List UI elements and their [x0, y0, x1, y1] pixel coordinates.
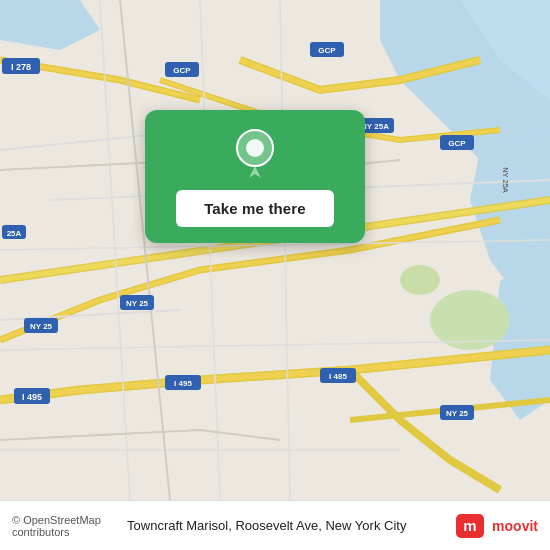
moovit-text: moovit [492, 518, 538, 534]
attribution-text: © OpenStreetMap contributors [12, 514, 101, 538]
take-me-there-button[interactable]: Take me there [176, 190, 334, 227]
map-pin-icon [229, 128, 281, 180]
svg-text:I 495: I 495 [174, 379, 192, 388]
svg-text:NY 25A: NY 25A [361, 122, 389, 131]
location-info: Towncraft Marisol, Roosevelt Ave, New Yo… [127, 518, 448, 533]
svg-text:GCP: GCP [173, 66, 191, 75]
svg-text:NY 25: NY 25 [30, 322, 53, 331]
location-label: Towncraft Marisol, Roosevelt Ave, New Yo… [127, 518, 406, 533]
bottom-bar: © OpenStreetMap contributors Towncraft M… [0, 500, 550, 550]
svg-text:m: m [463, 517, 476, 534]
map-container: I 278 GCP GCP NY 25A NY 25 NY 25 I 495 I… [0, 0, 550, 500]
svg-text:I 495: I 495 [22, 392, 42, 402]
osm-attribution: © OpenStreetMap contributors [12, 514, 119, 538]
moovit-icon: m [456, 510, 488, 542]
svg-point-41 [246, 139, 264, 157]
svg-text:NY 25A: NY 25A [501, 167, 510, 193]
svg-text:25A: 25A [7, 229, 22, 238]
svg-text:GCP: GCP [318, 46, 336, 55]
svg-text:I 278: I 278 [11, 62, 31, 72]
svg-text:NY 25: NY 25 [446, 409, 469, 418]
svg-text:I 485: I 485 [329, 372, 347, 381]
svg-text:NY 25: NY 25 [126, 299, 149, 308]
svg-text:GCP: GCP [448, 139, 466, 148]
svg-point-2 [400, 265, 440, 295]
moovit-logo: m moovit [456, 510, 538, 542]
location-tooltip: Take me there [145, 110, 365, 243]
